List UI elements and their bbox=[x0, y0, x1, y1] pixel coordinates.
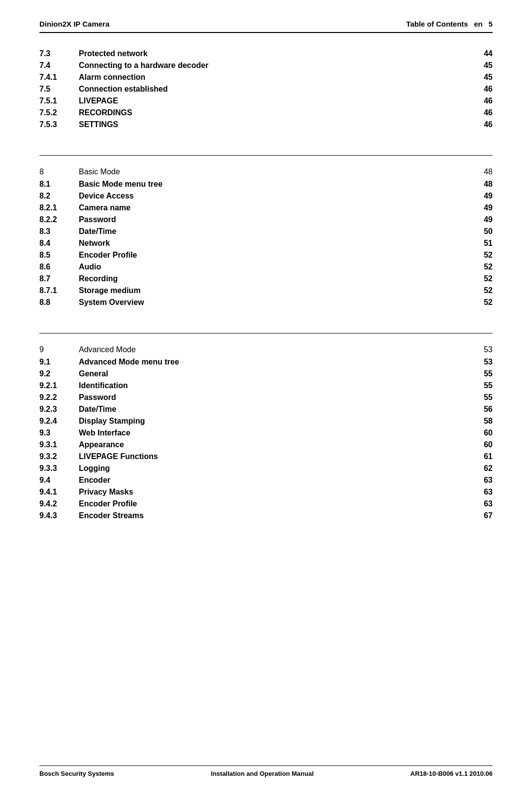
toc-row-7-4-1: 7.4.1 Alarm connection 45 bbox=[39, 71, 493, 83]
toc-number-9-4: 9.4 bbox=[39, 476, 69, 485]
toc-title-8-3: Date/Time bbox=[79, 227, 116, 236]
toc-row-9-3-3: 9.3.3 Logging 62 bbox=[39, 463, 493, 474]
toc-row-9-2-2: 9.2.2 Password 55 bbox=[39, 392, 493, 403]
toc-title-9-2: General bbox=[79, 369, 108, 378]
toc-page-8-2: 49 bbox=[478, 192, 493, 200]
toc-title-7-5-1: LIVEPAGE bbox=[79, 97, 118, 105]
toc-page-9-3-3: 62 bbox=[478, 464, 493, 473]
toc-row-8-2-2: 8.2.2 Password 49 bbox=[39, 214, 493, 226]
section-7: 7.3 Protected network 44 7.4 Connecting … bbox=[39, 48, 493, 131]
header-right: Table of Contents en 5 bbox=[406, 20, 493, 28]
toc-page-8-8: 52 bbox=[478, 298, 493, 307]
toc-page-9-3-1: 60 bbox=[478, 440, 493, 449]
toc-number-8-3: 8.3 bbox=[39, 227, 69, 236]
chapter-title-8: Basic Mode bbox=[79, 167, 120, 176]
toc-page-8-6: 52 bbox=[478, 263, 493, 271]
toc-row-9-4-3: 9.4.3 Encoder Streams 67 bbox=[39, 510, 493, 522]
toc-title-7-3: Protected network bbox=[79, 49, 148, 58]
toc-row-7-5: 7.5 Connection established 46 bbox=[39, 83, 493, 95]
toc-title-8-8: System Overview bbox=[79, 298, 144, 307]
page-footer: Bosch Security Systems Installation and … bbox=[39, 765, 493, 777]
toc-row-9-2-1: 9.2.1 Identification 55 bbox=[39, 380, 493, 392]
toc-title-7-5-3: SETTINGS bbox=[79, 120, 118, 129]
toc-title-8-6: Audio bbox=[79, 263, 101, 271]
toc-number-9-2: 9.2 bbox=[39, 369, 69, 378]
toc-page-8-7-1: 52 bbox=[478, 286, 493, 295]
toc-number-9-2-3: 9.2.3 bbox=[39, 405, 69, 414]
toc-number-8-7-1: 8.7.1 bbox=[39, 286, 69, 295]
toc-title-9-2-1: Identification bbox=[79, 381, 128, 390]
toc-number-7-5-1: 7.5.1 bbox=[39, 97, 69, 105]
toc-number-8-2: 8.2 bbox=[39, 192, 69, 200]
toc-number-9-2-2: 9.2.2 bbox=[39, 393, 69, 402]
toc-number-9-4-3: 9.4.3 bbox=[39, 511, 69, 520]
header-lang: en bbox=[474, 20, 483, 28]
chapter-title-9: Advanced Mode bbox=[79, 345, 136, 354]
toc-row-9-3-1: 9.3.1 Appearance 60 bbox=[39, 439, 493, 451]
toc-number-8-5: 8.5 bbox=[39, 251, 69, 260]
toc-number-9-3-3: 9.3.3 bbox=[39, 464, 69, 473]
chapter-number-9: 9 bbox=[39, 345, 69, 354]
toc-number-7-5-2: 7.5.2 bbox=[39, 108, 69, 117]
toc-title-9-2-3: Date/Time bbox=[79, 405, 116, 414]
toc-row-8-7: 8.7 Recording 52 bbox=[39, 273, 493, 285]
toc-page-9-4-2: 63 bbox=[478, 499, 493, 508]
toc-row-9-2-4: 9.2.4 Display Stamping 58 bbox=[39, 415, 493, 427]
toc-row-9-4: 9.4 Encoder 63 bbox=[39, 474, 493, 486]
section-8: 8 Basic Mode 48 8.1 Basic Mode menu tree… bbox=[39, 166, 493, 308]
toc-title-9-2-2: Password bbox=[79, 393, 116, 402]
toc-title-9-2-4: Display Stamping bbox=[79, 417, 145, 426]
toc-number-9-1: 9.1 bbox=[39, 358, 69, 366]
toc-number-7-4-1: 7.4.1 bbox=[39, 73, 69, 82]
toc-row-8-2: 8.2 Device Access 49 bbox=[39, 190, 493, 202]
toc-page-9-4-3: 67 bbox=[478, 511, 493, 520]
toc-number-8-4: 8.4 bbox=[39, 239, 69, 248]
toc-title-8-2-1: Camera name bbox=[79, 203, 131, 212]
footer-doc-info: AR18-10-B006 v1.1 2010.06 bbox=[410, 770, 493, 777]
toc-title-7-5: Connection established bbox=[79, 85, 167, 94]
toc-page-7-5-3: 46 bbox=[478, 120, 493, 129]
chapter-page-8: 48 bbox=[484, 167, 493, 176]
toc-number-9-3-1: 9.3.1 bbox=[39, 440, 69, 449]
toc-title-7-5-2: RECORDINGS bbox=[79, 108, 132, 117]
toc-number-8-7: 8.7 bbox=[39, 274, 69, 283]
toc-row-9-1: 9.1 Advanced Mode menu tree 53 bbox=[39, 356, 493, 368]
toc-page-8-5: 52 bbox=[478, 251, 493, 260]
toc-row-8-6: 8.6 Audio 52 bbox=[39, 261, 493, 273]
toc-number-9-3-2: 9.3.2 bbox=[39, 452, 69, 461]
toc-row-8-1: 8.1 Basic Mode menu tree 48 bbox=[39, 178, 493, 190]
toc-number-7-3: 7.3 bbox=[39, 49, 69, 58]
toc-title-9-4-2: Encoder Profile bbox=[79, 499, 137, 508]
toc-number-9-2-4: 9.2.4 bbox=[39, 417, 69, 426]
header-toc-label: Table of Contents bbox=[406, 20, 468, 28]
toc-page-7-5-2: 46 bbox=[478, 108, 493, 117]
toc-title-8-7-1: Storage medium bbox=[79, 286, 140, 295]
header-page: 5 bbox=[489, 20, 493, 28]
toc-number-8-8: 8.8 bbox=[39, 298, 69, 307]
toc-page-8-4: 51 bbox=[478, 239, 493, 248]
toc-number-9-3: 9.3 bbox=[39, 429, 69, 437]
toc-row-8-2-1: 8.2.1 Camera name 49 bbox=[39, 202, 493, 214]
toc-page-7-4-1: 45 bbox=[478, 73, 493, 82]
toc-row-9-4-2: 9.4.2 Encoder Profile 63 bbox=[39, 498, 493, 510]
toc-title-7-4-1: Alarm connection bbox=[79, 73, 145, 82]
toc-title-8-4: Network bbox=[79, 239, 110, 248]
toc-page-9-3: 60 bbox=[478, 429, 493, 437]
toc-title-9-3-3: Logging bbox=[79, 464, 110, 473]
chapter-row-8: 8 Basic Mode 48 bbox=[39, 166, 493, 178]
toc-page-9-4: 63 bbox=[478, 476, 493, 485]
toc-row-7-5-3: 7.5.3 SETTINGS 46 bbox=[39, 119, 493, 131]
toc-row-7-3: 7.3 Protected network 44 bbox=[39, 48, 493, 60]
toc-title-9-1: Advanced Mode menu tree bbox=[79, 358, 179, 366]
toc-page-8-2-2: 49 bbox=[478, 215, 493, 224]
toc-title-9-3: Web Interface bbox=[79, 429, 131, 437]
toc-title-8-5: Encoder Profile bbox=[79, 251, 137, 260]
toc-row-9-2: 9.2 General 55 bbox=[39, 368, 493, 380]
toc-row-8-5: 8.5 Encoder Profile 52 bbox=[39, 249, 493, 261]
chapter-page-9: 53 bbox=[484, 345, 493, 354]
toc-page-7-3: 44 bbox=[478, 49, 493, 58]
divider-8 bbox=[39, 155, 493, 156]
toc-number-8-1: 8.1 bbox=[39, 180, 69, 189]
footer-company: Bosch Security Systems bbox=[39, 770, 114, 777]
toc-page-9-3-2: 61 bbox=[478, 452, 493, 461]
